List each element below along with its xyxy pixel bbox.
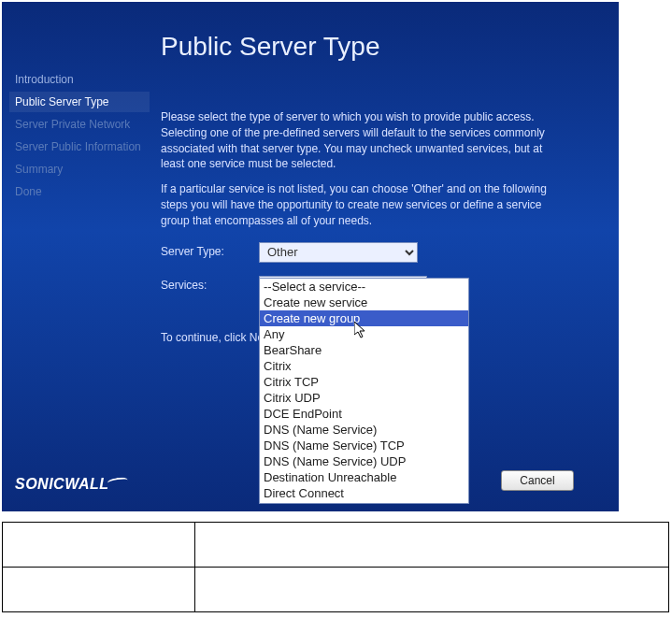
- table-cell: [195, 523, 669, 568]
- instruction-para-1: Please select the type of server to whic…: [161, 109, 563, 172]
- dropdown-option[interactable]: Destination Unreachable: [260, 469, 468, 485]
- dropdown-option[interactable]: --Select a service--: [260, 279, 468, 295]
- dropdown-option[interactable]: Citrix UDP: [260, 390, 468, 406]
- dropdown-option[interactable]: BearShare: [260, 342, 468, 358]
- services-label: Services:: [161, 278, 259, 294]
- wizard-window: Public Server Type Introduction Public S…: [2, 2, 619, 511]
- logo-swoosh-icon: [107, 477, 128, 487]
- dropdown-option[interactable]: Any: [260, 326, 468, 342]
- dropdown-option[interactable]: DNS (Name Service) UDP: [260, 453, 468, 469]
- dropdown-option[interactable]: DNS (Name Service) TCP: [260, 438, 468, 453]
- server-type-label: Server Type:: [161, 244, 259, 260]
- services-dropdown-list[interactable]: --Select a service-- Create new service …: [260, 279, 468, 503]
- dropdown-option[interactable]: DNS (Name Service): [260, 422, 468, 438]
- dropdown-option[interactable]: ESP (IPSec): [260, 501, 468, 503]
- dropdown-option[interactable]: DCE EndPoint: [260, 406, 468, 422]
- table-cell: [3, 523, 195, 568]
- sidebar-item-label: Done: [15, 185, 42, 198]
- sidebar-item-label: Summary: [15, 163, 63, 176]
- table-row: [3, 523, 669, 568]
- sidebar-item-introduction[interactable]: Introduction: [9, 69, 150, 90]
- dropdown-option[interactable]: Direct Connect: [260, 485, 468, 501]
- server-type-select[interactable]: Other: [259, 242, 418, 263]
- sidebar-item-label: Server Public Information: [15, 140, 141, 153]
- dropdown-option[interactable]: Create new service: [260, 295, 468, 310]
- dropdown-option-highlighted[interactable]: Create new group: [260, 310, 468, 326]
- wizard-sidebar: Introduction Public Server Type Server P…: [9, 69, 150, 204]
- sidebar-item-summary[interactable]: Summary: [9, 159, 150, 180]
- logo-text: SONICWALL: [15, 476, 109, 492]
- cancel-button[interactable]: Cancel: [501, 470, 574, 491]
- sidebar-item-label: Public Server Type: [15, 95, 109, 108]
- dropdown-option[interactable]: Citrix: [260, 358, 468, 374]
- sidebar-item-server-public-information[interactable]: Server Public Information: [9, 137, 150, 157]
- services-dropdown[interactable]: --Select a service-- Create new service …: [259, 278, 469, 504]
- sidebar-item-label: Server Private Network: [15, 118, 130, 131]
- sidebar-item-server-private-network[interactable]: Server Private Network: [9, 114, 150, 135]
- server-type-row: Server Type: Other: [161, 242, 563, 263]
- page-title: Public Server Type: [161, 32, 380, 62]
- table-cell: [195, 568, 669, 612]
- instruction-para-2: If a particular service is not listed, y…: [161, 181, 563, 228]
- table-cell: [3, 568, 195, 612]
- table-row: [3, 568, 669, 612]
- sidebar-item-public-server-type[interactable]: Public Server Type: [9, 92, 150, 112]
- bottom-table: [2, 522, 669, 612]
- sidebar-item-label: Introduction: [15, 73, 74, 86]
- dropdown-option[interactable]: Citrix TCP: [260, 374, 468, 390]
- sidebar-item-done[interactable]: Done: [9, 181, 150, 202]
- sonicwall-logo: SONICWALL: [15, 476, 128, 493]
